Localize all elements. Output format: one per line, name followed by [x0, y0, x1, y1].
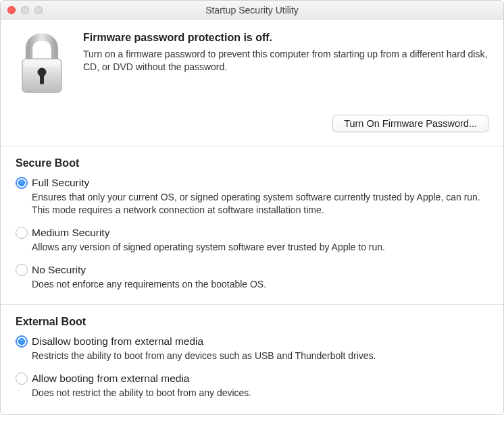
- radio-button[interactable]: [16, 264, 28, 276]
- option-description: Ensures that only your current OS, or si…: [32, 191, 488, 217]
- option-description: Restricts the ability to boot from any d…: [32, 350, 488, 362]
- option-label: Full Security: [32, 176, 488, 190]
- option-label: No Security: [32, 263, 488, 277]
- window: Startup Security Utility: [0, 0, 504, 415]
- svg-rect-1: [24, 60, 60, 67]
- titlebar: Startup Security Utility: [1, 1, 503, 20]
- radio-button[interactable]: [16, 227, 28, 239]
- secure-boot-option-medium[interactable]: Medium Security Allows any version of si…: [16, 226, 488, 254]
- svg-rect-3: [40, 74, 44, 84]
- turn-on-firmware-password-button[interactable]: Turn On Firmware Password...: [332, 115, 488, 132]
- close-button[interactable]: [7, 6, 16, 14]
- zoom-button[interactable]: [34, 6, 43, 14]
- traffic-lights: [1, 6, 43, 14]
- option-description: Does not enforce any requirements on the…: [32, 278, 488, 291]
- secure-boot-option-full[interactable]: Full Security Ensures that only your cur…: [16, 176, 488, 217]
- option-label: Allow booting from external media: [32, 372, 488, 385]
- radio-button[interactable]: [16, 177, 28, 189]
- external-boot-option-allow[interactable]: Allow booting from external media Does n…: [16, 372, 488, 400]
- option-label: Medium Security: [32, 226, 488, 240]
- minimize-button[interactable]: [21, 6, 29, 14]
- radio-button[interactable]: [16, 373, 28, 385]
- secure-boot-heading: Secure Boot: [16, 157, 488, 169]
- firmware-status-heading: Firmware password protection is off.: [83, 32, 488, 44]
- external-boot-heading: External Boot: [16, 316, 488, 328]
- option-description: Does not restrict the ability to boot fr…: [32, 387, 488, 400]
- window-title: Startup Security Utility: [1, 5, 503, 16]
- external-boot-section: External Boot Disallow booting from exte…: [1, 305, 503, 414]
- external-boot-option-disallow[interactable]: Disallow booting from external media Res…: [16, 335, 488, 362]
- firmware-password-section: Firmware password protection is off. Tur…: [1, 20, 503, 146]
- firmware-description: Turn on a firmware password to prevent t…: [83, 48, 488, 74]
- secure-boot-section: Secure Boot Full Security Ensures that o…: [1, 146, 503, 304]
- option-description: Allows any version of signed operating s…: [32, 241, 488, 254]
- lock-icon: [16, 32, 68, 97]
- secure-boot-option-none[interactable]: No Security Does not enforce any require…: [16, 263, 488, 291]
- radio-button[interactable]: [16, 335, 28, 348]
- option-label: Disallow booting from external media: [32, 335, 488, 348]
